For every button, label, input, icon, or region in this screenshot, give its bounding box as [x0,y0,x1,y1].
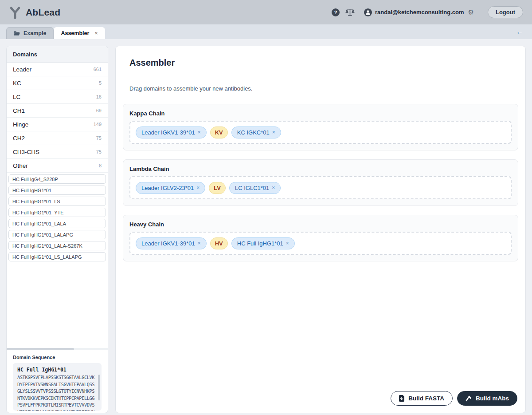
domain-chip[interactable]: Leader IGKV1-39*01 × [136,126,207,138]
domain-sequence-panel: Domain Sequence HC Full IgHG1*01 ASTKGPS… [7,350,108,413]
domain-chip-label: KC IGKC*01 [237,129,270,136]
chip-remove-icon[interactable]: × [286,240,289,246]
user-icon [364,8,372,16]
domain-category-row[interactable]: CH3-CHS 75 [7,145,108,159]
domain-item-label: HC Full IgHG1*01_LS [12,199,60,204]
build-fasta-label: Build FASTA [408,395,444,402]
category-name: CH2 [13,135,25,142]
app-header: AbLead ? randal@ketchemconsulting.com ⚙ … [0,0,532,24]
domain-item[interactable]: HC Full IgHG1*01_LALAPG [8,230,106,239]
chip-remove-icon[interactable]: × [198,240,201,246]
category-name: CH3-CHS [13,149,39,155]
build-mabs-button[interactable]: Build mAbs [457,391,517,406]
domain-category-row[interactable]: Leader 661 [7,63,108,76]
gear-icon[interactable]: ⚙ [468,9,474,16]
app-logo: AbLead [9,6,60,19]
category-count: 16 [96,94,102,99]
assembler-panel: Assembler Drag domains to assemble your … [115,46,526,413]
build-fasta-button[interactable]: Build FASTA [391,391,453,406]
user-chip[interactable]: randal@ketchemconsulting.com ⚙ [364,8,474,16]
domain-item-label: HC Full IgHG1*01 [12,188,51,193]
domain-chip-label: HV [215,240,223,247]
category-name: LC [13,94,20,100]
sequence-line: PSVFLFPPKPKDTLMISRTPEVTCVVVDVS [17,402,95,409]
domain-chip-label: Leader IGLV2-23*01 [141,185,194,191]
domain-category-row[interactable]: Hinge 149 [7,118,108,131]
logout-button[interactable]: Logout [488,6,523,18]
domain-item[interactable]: HC Full IgHG1*01_YTE [8,208,106,217]
chip-remove-icon[interactable]: × [198,129,201,135]
chain-dropzone[interactable]: Leader IGLV2-23*01 × LV LC IGLC1*01 × [129,176,512,199]
category-name: CH1 [13,107,25,114]
domain-chip[interactable]: LV [209,182,226,194]
domain-category-row[interactable]: CH2 75 [7,131,108,145]
build-buttons: Build FASTA Build mAbs [391,391,517,406]
chain-card: Heavy Chain Leader IGKV1-39*01 × HV [123,215,518,261]
category-count: 5 [99,80,102,86]
domain-chip-label: KV [215,129,223,136]
domain-item-label: HC Full IgHG1*01_LS_LALAPG [12,254,82,260]
chain-dropzone[interactable]: Leader IGKV1-39*01 × KV KC IGKC*01 × [129,121,512,144]
app-title: AbLead [26,7,60,18]
domain-category-row[interactable]: LC 16 [7,90,108,104]
chip-remove-icon[interactable]: × [196,185,200,191]
domain-category-row[interactable]: CH1 69 [7,104,108,118]
tab-example[interactable]: Example [6,27,54,39]
domain-item[interactable]: HC Full IgHG1*01 [8,186,106,195]
horizontal-scrollbar-thumb[interactable] [7,348,74,350]
sequence-line: HEDPEVKFNWYVDGVEVHNAKTKPREEQYN [17,409,95,411]
domain-item[interactable]: HC Full IgG4_S228P [8,174,106,184]
category-count: 69 [96,108,102,113]
horizontal-scrollbar[interactable] [7,348,108,350]
category-count: 661 [94,67,102,72]
page-subtitle: Drag domains to assemble your new antibo… [129,85,518,92]
folder-icon [14,31,20,36]
chip-remove-icon[interactable]: × [272,185,275,191]
domain-item[interactable]: HC Full IgHG1*01_LS_LALAPG [8,252,106,261]
domain-chip[interactable]: Leader IGLV2-23*01 × [136,182,205,194]
chain-name: Heavy Chain [129,221,512,228]
domain-chip[interactable]: Leader IGKV1-39*01 × [136,237,207,249]
hammer-icon [466,395,472,402]
scales-icon[interactable] [345,8,355,16]
domains-header: Domains [7,46,108,63]
domain-chip-label: Leader IGKV1-39*01 [141,240,195,247]
domain-category-row[interactable]: KC 5 [7,76,108,90]
domain-chip[interactable]: KC IGKC*01 × [231,126,281,138]
domain-item-list: HC Full IgG4_S228P HC Full IgHG1*01 HC F… [7,173,108,350]
sequence-line: GLYSLSSVVTVPSSSLGTQTYICNVNHKPS [17,388,95,395]
fasta-file-icon [399,395,405,402]
domain-item-label: HC Full IgHG1*01_LALA [12,221,66,226]
domain-chip[interactable]: KV [210,126,228,138]
chain-dropzone[interactable]: Leader IGKV1-39*01 × HV HC Full IgHG1*01… [129,232,512,255]
domain-chip-label: LC IGLC1*01 [235,185,269,191]
category-name: Other [13,162,28,169]
tab-assembler-label: Assembler [61,30,89,36]
chain-card: Kappa Chain Leader IGKV1-39*01 × KV [123,104,518,150]
category-name: Hinge [13,121,28,128]
tab-close-icon[interactable]: × [93,30,98,36]
domain-chip[interactable]: HC Full IgHG1*01 × [231,237,295,249]
domain-item[interactable]: HC Full IgHG1*01_LALA-S267K [8,241,106,250]
build-mabs-label: Build mAbs [476,395,509,402]
vertical-scrollbar-thumb[interactable] [98,375,100,400]
category-name: KC [13,80,21,87]
chain-card: Lambda Chain Leader IGLV2-23*01 × LV [123,159,518,206]
tab-assembler[interactable]: Assembler × [54,27,105,39]
collapse-arrow-icon[interactable]: ← [516,28,526,36]
domain-category-row[interactable]: Other 8 [7,159,108,173]
domain-item[interactable]: HC Full IgHG1*01_LS [8,197,106,206]
help-icon[interactable]: ? [332,8,340,16]
domain-chip[interactable]: HV [210,237,228,249]
domain-category-list: Leader 661 KC 5 LC 16 CH1 69 Hinge 149 [7,63,108,173]
category-count: 75 [96,149,102,154]
sequence-title: HC Full IgHG1*01 [17,367,95,373]
sequence-line: ASTKGPSVFPLAPSSKSTSGGTAALGCLVK [17,374,95,381]
chip-remove-icon[interactable]: × [272,129,275,135]
domain-item[interactable]: HC Full IgHG1*01_LALA [8,219,106,228]
domains-sidebar: Domains Leader 661 KC 5 LC 16 CH1 69 [6,46,108,413]
domain-sequence-box: HC Full IgHG1*01 ASTKGPSVFPLAPSSKSTSGGTA… [13,363,102,411]
domain-chip-label: Leader IGKV1-39*01 [141,129,195,136]
chain-list: Kappa Chain Leader IGKV1-39*01 × KV [123,104,518,261]
domain-chip[interactable]: LC IGLC1*01 × [229,182,281,194]
